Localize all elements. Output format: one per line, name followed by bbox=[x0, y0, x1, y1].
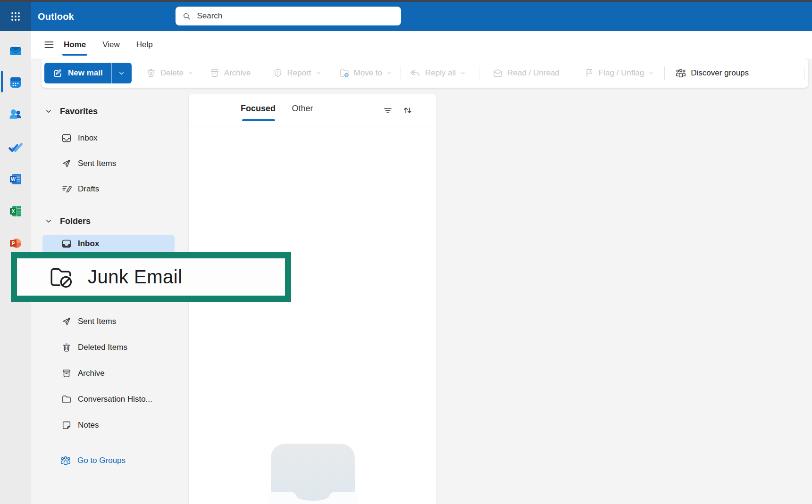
svg-text:X: X bbox=[11, 208, 15, 214]
folder-prohibited-icon bbox=[48, 264, 74, 290]
toolbar-separator bbox=[664, 66, 665, 80]
filter-button[interactable] bbox=[382, 105, 393, 116]
move-to-label: Move to bbox=[354, 68, 382, 78]
trash-icon bbox=[61, 342, 72, 353]
rail-powerpoint-icon[interactable]: P bbox=[8, 236, 23, 250]
rail-excel-icon[interactable]: X bbox=[8, 204, 23, 218]
favorites-section-header[interactable]: Favorites bbox=[31, 104, 189, 118]
report-label: Report bbox=[287, 68, 311, 78]
drafts-icon bbox=[61, 184, 72, 194]
outlook-window: Outlook bbox=[0, 0, 812, 504]
app-launcher-button[interactable] bbox=[0, 2, 31, 31]
go-to-groups-link[interactable]: Go to Groups bbox=[31, 452, 189, 469]
archive-button[interactable]: Archive bbox=[209, 68, 251, 78]
discover-groups-button[interactable]: Discover groups bbox=[675, 67, 749, 79]
toolbar-separator bbox=[804, 66, 804, 80]
favorites-title: Favorites bbox=[60, 107, 98, 116]
chevron-down-icon bbox=[460, 70, 466, 76]
inbox-filled-icon bbox=[61, 239, 72, 249]
archive-label: Archive bbox=[224, 68, 251, 78]
report-button[interactable]: Report bbox=[273, 68, 321, 78]
favorite-drafts[interactable]: Drafts bbox=[31, 180, 189, 198]
search-box[interactable] bbox=[176, 7, 401, 25]
focused-tab-underline bbox=[242, 119, 275, 121]
mail-read-icon bbox=[493, 68, 503, 78]
chevron-down-icon bbox=[316, 70, 321, 76]
flag-unflag-button[interactable]: Flag / Unflag bbox=[584, 68, 654, 78]
rail-outlook-mail-icon[interactable] bbox=[8, 43, 23, 58]
flag-unflag-label: Flag / Unflag bbox=[599, 68, 644, 78]
chevron-down-icon bbox=[386, 70, 392, 76]
folders-section-header[interactable]: Folders bbox=[31, 214, 189, 228]
toolbar-separator bbox=[479, 66, 479, 80]
favorite-sent-items[interactable]: Sent Items bbox=[31, 155, 189, 173]
rail-todo-icon[interactable] bbox=[8, 140, 23, 154]
flag-icon bbox=[584, 68, 594, 78]
favorite-drafts-label: Drafts bbox=[78, 184, 99, 194]
read-unread-label: Read / Unread bbox=[507, 68, 560, 78]
tab-other[interactable]: Other bbox=[289, 104, 316, 114]
inbox-icon bbox=[61, 133, 72, 143]
folders-title: Folders bbox=[60, 216, 91, 226]
folder-notes[interactable]: Notes bbox=[31, 416, 189, 434]
send-icon bbox=[61, 158, 72, 169]
filter-icon bbox=[382, 105, 393, 116]
folder-deleted-label: Deleted Items bbox=[78, 343, 127, 352]
favorite-inbox[interactable]: Inbox bbox=[31, 129, 189, 147]
move-to-button[interactable]: Move to bbox=[339, 68, 392, 78]
sort-button[interactable] bbox=[402, 105, 413, 116]
sort-arrows-icon bbox=[402, 105, 413, 116]
archive-icon bbox=[61, 368, 72, 379]
folder-inbox-label: Inbox bbox=[78, 239, 99, 248]
favorite-sent-label: Sent Items bbox=[78, 159, 116, 168]
folder-sent-label: Sent Items bbox=[78, 317, 116, 326]
note-icon bbox=[61, 420, 72, 430]
favorite-inbox-label: Inbox bbox=[78, 133, 98, 143]
folder-icon bbox=[61, 394, 72, 405]
discover-groups-label: Discover groups bbox=[691, 68, 749, 78]
read-unread-button[interactable]: Read / Unread bbox=[493, 68, 560, 78]
reply-all-label: Reply all bbox=[425, 68, 456, 78]
rail-word-icon[interactable]: W bbox=[8, 172, 23, 186]
toolbar-separator bbox=[401, 66, 401, 80]
svg-text:W: W bbox=[11, 176, 16, 182]
empty-inbox-illustration bbox=[268, 442, 358, 504]
folder-sent-items[interactable]: Sent Items bbox=[31, 313, 189, 330]
annotation-label: Junk Email bbox=[88, 266, 183, 288]
folder-arrow-icon bbox=[339, 68, 350, 78]
archive-icon bbox=[209, 68, 220, 78]
message-list-tabs: Focused Other bbox=[189, 94, 436, 126]
folder-deleted-items[interactable]: Deleted Items bbox=[31, 339, 189, 356]
folder-archive-label: Archive bbox=[78, 369, 105, 378]
folder-conversation-history[interactable]: Conversation Histo... bbox=[31, 390, 189, 408]
rail-people-icon[interactable] bbox=[8, 107, 23, 122]
people-community-icon bbox=[60, 455, 71, 466]
folder-notes-label: Notes bbox=[78, 421, 99, 430]
people-community-icon bbox=[675, 67, 686, 79]
tab-focused[interactable]: Focused bbox=[238, 104, 278, 114]
send-icon bbox=[61, 316, 72, 327]
search-input[interactable] bbox=[196, 11, 394, 21]
reply-all-button[interactable]: Reply all bbox=[410, 67, 466, 79]
rail-calendar-icon[interactable] bbox=[8, 75, 23, 90]
folder-inbox[interactable]: Inbox bbox=[31, 235, 189, 253]
go-to-groups-label: Go to Groups bbox=[77, 456, 126, 465]
shield-warning-icon bbox=[273, 68, 283, 78]
chevron-down-icon bbox=[45, 108, 52, 115]
waffle-icon bbox=[10, 11, 21, 22]
reply-all-icon bbox=[410, 67, 421, 79]
folder-archive[interactable]: Archive bbox=[31, 364, 189, 382]
rail-selection-indicator bbox=[1, 71, 3, 92]
svg-text:P: P bbox=[11, 240, 15, 246]
chevron-down-icon bbox=[45, 218, 52, 224]
chevron-down-icon bbox=[648, 70, 654, 76]
folder-convhist-label: Conversation Histo... bbox=[78, 395, 152, 404]
junk-email-annotation[interactable]: Junk Email bbox=[11, 252, 291, 302]
